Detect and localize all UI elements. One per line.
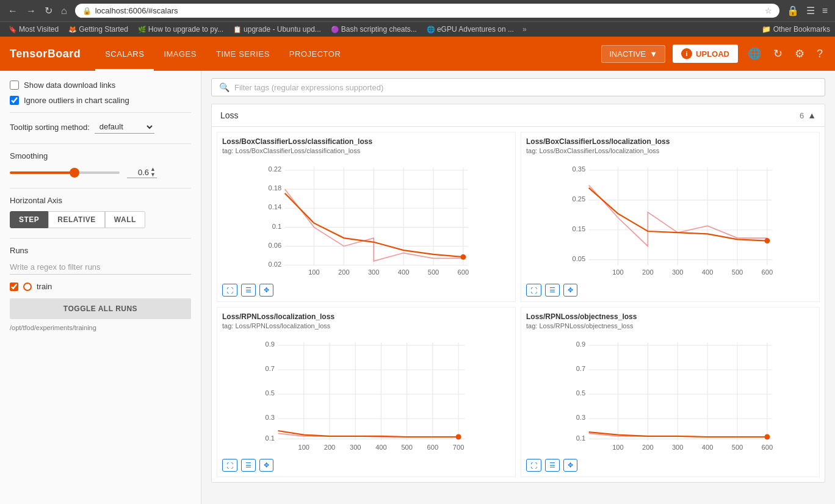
x-label: 200 [324,444,336,451]
upload-button[interactable]: i UPLOAD [673,45,738,63]
x-label: 400 [702,268,714,276]
y-label: 0.22 [268,165,281,173]
menu-button[interactable]: ≡ [820,4,830,18]
chart-1-wrapper: 0.22 0.18 0.14 0.1 0.06 0.02 [222,158,510,280]
loss-header: Loss 6 ▲ [212,104,825,127]
bookmark-egpu[interactable]: 🌐 eGPU Adventures on ... [423,24,518,35]
bookmarks-more-icon[interactable]: » [522,25,527,34]
upload-label: UPLOAD [696,49,729,59]
y-label: 0.5 [266,389,275,397]
bookmark-getting-started[interactable]: 🦊 Getting Started [65,24,132,35]
chart-3-expand-button[interactable]: ⛶ [222,459,237,472]
smoothing-down-arrow[interactable]: ▼ [149,172,157,178]
browser-toolbar: ← → ↻ ⌂ 🔒 localhost:6006/#scalars ☆ 🔒 ☰ … [0,0,835,21]
chart-1-zoom-button[interactable]: ✥ [259,284,273,297]
chart-2-zoom-button[interactable]: ✥ [563,284,577,297]
back-button[interactable]: ← [5,4,21,18]
home-button[interactable]: ⌂ [58,4,70,18]
bookmark-label: upgrade - Ubuntu upd... [244,25,321,34]
chart-rpn-localization: Loss/RPNLoss/localization_loss tag: Loss… [217,307,516,477]
end-dot [764,238,770,243]
chart-2-data-button[interactable]: ☰ [545,284,560,297]
refresh-button[interactable]: ↻ [42,4,56,18]
show-download-checkbox[interactable]: Show data download links [10,81,191,90]
extension-icon[interactable]: 🔒 [784,4,801,18]
smoothing-value-input[interactable] [127,168,149,177]
chart-1-expand-button[interactable]: ⛶ [222,284,237,297]
chart-2-svg: 0.35 0.25 0.15 0.05 [526,158,814,280]
chart-4-title: Loss/RPNLoss/objectness_loss [526,312,814,321]
run-train-checkbox[interactable] [10,283,18,291]
chart-4-expand-button[interactable]: ⛶ [526,459,541,472]
chart-4-data-button[interactable]: ☰ [545,459,560,472]
show-download-input[interactable] [10,81,19,90]
bookmark-most-visited[interactable]: 🔖 Most Visited [5,24,62,35]
nav-images[interactable]: IMAGES [154,37,206,71]
chart-1-data-button[interactable]: ☰ [241,284,256,297]
shield-icon: 🔒 [82,7,92,15]
ignore-outliers-label: Ignore outliers in chart scaling [24,96,129,105]
chart-1-tag: tag: Loss/BoxClassifierLoss/classificati… [222,147,510,154]
forward-button[interactable]: → [23,4,39,18]
settings-button[interactable]: ⚙ [792,45,807,63]
other-bookmarks[interactable]: 📁 Other Bookmarks [762,25,830,34]
chart-2-actions: ⛶ ☰ ✥ [526,284,814,297]
runs-section: Runs train [10,246,191,291]
y-label: 0.14 [268,203,281,211]
loss-title: Loss [220,110,239,120]
nav-time-series[interactable]: TIME SERIES [206,37,280,71]
divider-4 [10,238,191,239]
ignore-outliers-input[interactable] [10,96,19,105]
x-label: 200 [338,268,350,276]
chart-3-data-button[interactable]: ☰ [241,459,256,472]
ignore-outliers-checkbox[interactable]: Ignore outliers in chart scaling [10,96,191,105]
nav-projector[interactable]: PROJECTOR [280,37,350,71]
bookmark-icon: 🟣 [331,26,339,34]
axis-step-button[interactable]: STEP [10,211,48,228]
chart-3-wrapper: 0.9 0.7 0.5 0.3 0.1 [222,333,510,455]
help-button[interactable]: ? [814,45,825,63]
divider-2 [10,143,191,144]
chart-4-zoom-button[interactable]: ✥ [563,459,577,472]
url-text: localhost:6006/#scalars [95,6,761,15]
run-train-label: train [37,282,52,291]
chart-2-title: Loss/BoxClassifierLoss/localization_loss [526,137,814,146]
toggle-all-runs-button[interactable]: TOGGLE ALL RUNS [10,298,191,319]
x-label: 400 [702,444,714,451]
bookmarks-bar: 🔖 Most Visited 🦊 Getting Started 🌿 How t… [0,21,835,37]
runs-filter-input[interactable] [10,260,191,275]
axis-wall-button[interactable]: WALL [105,211,145,228]
y-label: 0.35 [572,165,585,173]
header-right: INACTIVE ▼ i UPLOAD 🌐 ↻ ⚙ ? [601,45,825,63]
axis-relative-button[interactable]: RELATIVE [48,211,104,228]
inactive-button[interactable]: INACTIVE ▼ [601,45,665,63]
chart-3-actions: ⛶ ☰ ✥ [222,459,510,472]
axis-buttons: STEP RELATIVE WALL [10,211,191,228]
x-label: 700 [453,444,464,451]
y-label: 0.15 [572,225,585,232]
runs-title: Runs [10,246,191,255]
bookmark-label: Bash scripting cheats... [341,25,417,34]
filter-input[interactable] [234,83,817,92]
refresh-button[interactable]: ↻ [771,45,785,63]
expand-icon[interactable]: ▲ [808,110,816,120]
app-body: Show data download links Ignore outliers… [0,71,835,504]
chart-2-expand-button[interactable]: ⛶ [526,284,541,297]
bookmark-python-upgrade[interactable]: 🌿 How to upgrade to py... [134,24,227,35]
url-bar[interactable]: 🔒 localhost:6006/#scalars ☆ [75,4,779,18]
chart-1-actions: ⛶ ☰ ✥ [222,284,510,297]
bookmark-icon: 🦊 [68,26,77,34]
x-label: 500 [428,268,439,276]
bookmark-bash[interactable]: 🟣 Bash scripting cheats... [327,24,421,35]
upload-info-icon: i [681,48,692,59]
chart-3-zoom-button[interactable]: ✥ [259,459,273,472]
tooltip-sort-select[interactable]: default alphabetical ascending descendin… [95,120,154,134]
smoothing-slider[interactable] [10,171,120,174]
theme-button[interactable]: 🌐 [745,45,764,63]
bookmarks-icon[interactable]: ☰ [804,4,817,18]
nav-scalars[interactable]: SCALARS [95,37,154,71]
star-icon[interactable]: ☆ [765,6,772,15]
smoothing-arrows: ▲ ▼ [149,167,157,178]
x-label: 400 [375,444,387,451]
bookmark-ubuntu[interactable]: 📋 upgrade - Ubuntu upd... [230,24,325,35]
